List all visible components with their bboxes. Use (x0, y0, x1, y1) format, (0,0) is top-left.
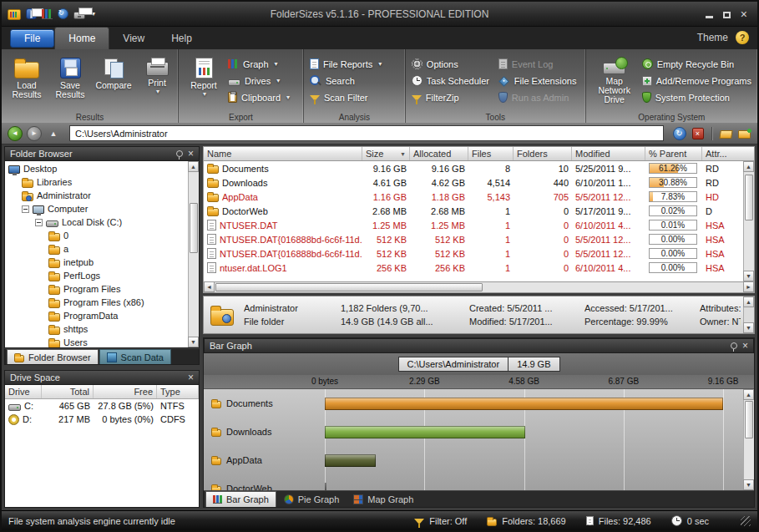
tree-item-program-files-x86[interactable]: Program Files (x86) (5, 296, 187, 309)
drives-menu-item[interactable]: Drives▾ (225, 73, 292, 88)
file-row[interactable]: DoctorWeb 2.68 MB 2.68 MB 1 0 5/17/2011 … (204, 204, 743, 218)
open-folder-button[interactable] (719, 126, 733, 140)
drive-row-c[interactable]: C: 465 GB 27.8 GB (5%) NTFS (5, 399, 199, 413)
col-files[interactable]: Files (468, 147, 514, 160)
close-panel-icon[interactable]: × (742, 342, 748, 350)
add-remove-programs-item[interactable]: Add/Remove Programs (640, 73, 754, 88)
file-extensions-item[interactable]: File Extensions (496, 73, 579, 88)
drive-row-d[interactable]: D: 217 MB 0 bytes (0%) CDFS (5, 413, 199, 426)
col-drive[interactable]: Drive (5, 385, 42, 398)
options-item[interactable]: Options (409, 57, 496, 71)
scroll-down-icon[interactable]: ▼ (743, 479, 754, 490)
back-button[interactable]: ◄ (8, 126, 23, 141)
scan-filter-item[interactable]: Scan Filter (307, 90, 384, 104)
file-row[interactable]: AppData 1.16 GB 1.18 GB 5,143 705 5/5/20… (204, 190, 743, 204)
scroll-left-icon[interactable]: ◄ (204, 281, 215, 292)
address-input[interactable]: C:\Users\Administrator (69, 125, 664, 141)
tree-item-perflogs[interactable]: PerfLogs (5, 269, 187, 282)
scroll-up-icon[interactable]: ▲ (743, 296, 754, 307)
pin-icon[interactable] (731, 342, 737, 349)
col-modified[interactable]: Modified (572, 147, 645, 160)
tree-item-desktop[interactable]: Desktop (5, 162, 187, 175)
scroll-down-icon[interactable]: ▼ (743, 271, 754, 281)
file-row[interactable]: ntuser.dat.LOG1 256 KB 256 KB 1 0 6/10/2… (204, 261, 743, 275)
chart-row[interactable]: Downloads (204, 418, 743, 446)
file-row[interactable]: NTUSER.DAT{016888bd-6c6f-11d... 512 KB 5… (204, 232, 743, 246)
file-reports-item[interactable]: File Reports▾ (307, 57, 384, 71)
report-button[interactable]: Report▾ (182, 52, 225, 110)
file-menu-button[interactable]: File (10, 29, 54, 48)
col-name[interactable]: Name (204, 147, 362, 160)
empty-recycle-bin-item[interactable]: Empty Recycle Bin (640, 57, 754, 71)
bar-appdata[interactable] (325, 454, 376, 467)
col-attributes[interactable]: Attr... (702, 147, 754, 160)
tree-scrollbar[interactable]: ▲ ▼ (188, 161, 199, 347)
tree-item-a[interactable]: a (5, 242, 187, 256)
save-results-button[interactable]: Save Results (48, 52, 92, 110)
scrollbar-thumb[interactable] (745, 401, 753, 438)
file-list-scrollbar[interactable]: ▲ ▼ (743, 161, 754, 281)
bar-downloads[interactable] (325, 426, 525, 438)
tree-item-administrator[interactable]: Administrator (5, 189, 187, 202)
close-panel-icon[interactable]: × (188, 149, 194, 158)
minimize-button[interactable] (706, 7, 713, 22)
col-allocated[interactable]: Allocated (410, 147, 468, 160)
scrollbar-thumb[interactable] (190, 203, 198, 253)
tab-scan-data[interactable]: Scan Data (99, 349, 171, 364)
scroll-down-icon[interactable]: ▼ (743, 322, 754, 333)
chart-row[interactable]: Documents (204, 389, 743, 418)
close-button[interactable]: × (741, 8, 747, 20)
scroll-right-icon[interactable]: ► (743, 281, 754, 292)
col-folders[interactable]: Folders (514, 147, 572, 160)
tree-item-0[interactable]: 0 (5, 229, 187, 242)
col-pct-parent[interactable]: % Parent (645, 147, 702, 160)
bar-documents[interactable] (325, 398, 723, 410)
tab-pie-graph[interactable]: Pie Graph (277, 491, 347, 507)
refresh-button[interactable]: ↻ (672, 126, 686, 140)
qat-print-icon[interactable] (73, 12, 85, 19)
search-item[interactable]: Search (307, 73, 384, 88)
tree-item-libraries[interactable]: Libraries (5, 175, 187, 189)
clipboard-menu-item[interactable]: Clipboard▾ (225, 90, 292, 104)
tree-item-users[interactable]: Users (5, 336, 187, 348)
collapse-expander-icon[interactable] (22, 205, 29, 213)
up-button[interactable]: ▲ (46, 126, 61, 141)
chart-row[interactable]: DoctorWeb (204, 474, 743, 490)
tab-bar-graph[interactable]: Bar Graph (205, 491, 276, 507)
app-icon[interactable] (8, 9, 21, 20)
qat-refresh-icon[interactable]: ↻ (58, 8, 68, 19)
tree-item-local-disk-c[interactable]: Local Disk (C:) (5, 215, 187, 229)
scroll-up-icon[interactable]: ▲ (743, 161, 754, 172)
scroll-up-icon[interactable]: ▲ (188, 161, 199, 172)
qat-graph-icon[interactable] (42, 9, 53, 19)
file-row[interactable]: Documents 9.16 GB 9.16 GB 8 10 5/25/2011… (204, 161, 743, 175)
info-scrollbar[interactable]: ▲ ▼ (743, 296, 754, 333)
new-folder-button[interactable] (737, 126, 751, 140)
scroll-down-icon[interactable]: ▼ (188, 337, 199, 347)
system-protection-item[interactable]: System Protection (640, 90, 754, 104)
qat-save-icon[interactable] (26, 8, 37, 19)
tree-item-computer[interactable]: Computer (5, 202, 187, 215)
col-free[interactable]: Free (94, 385, 157, 398)
load-results-button[interactable]: Load Results (5, 52, 48, 110)
scrollbar-thumb[interactable] (215, 283, 483, 291)
tree-item-shttps[interactable]: shttps (5, 322, 187, 336)
tree-item-inetpub[interactable]: inetpub (5, 256, 187, 269)
status-filter[interactable]: Filter: Off (414, 516, 467, 526)
close-panel-icon[interactable]: × (188, 373, 194, 382)
map-network-drive-button[interactable]: Map Network Drive (589, 52, 640, 110)
forward-button[interactable]: ► (27, 126, 42, 141)
chart-row[interactable]: AppData (204, 446, 743, 474)
tree-item-programdata[interactable]: ProgramData (5, 309, 187, 322)
filterzip-item[interactable]: FilterZip (409, 90, 496, 104)
graph-scrollbar[interactable]: ▲ ▼ (743, 389, 754, 490)
help-icon[interactable]: ? (736, 31, 749, 44)
resize-grip[interactable] (741, 516, 751, 526)
task-scheduler-item[interactable]: Task Scheduler (409, 73, 496, 88)
tab-view[interactable]: View (109, 28, 158, 49)
col-type[interactable]: Type (157, 385, 199, 398)
print-button[interactable]: Print▾ (135, 52, 179, 110)
scroll-up-icon[interactable]: ▲ (743, 389, 754, 400)
compare-button[interactable]: Compare (92, 52, 135, 110)
col-size[interactable]: Size▼ (362, 147, 410, 160)
